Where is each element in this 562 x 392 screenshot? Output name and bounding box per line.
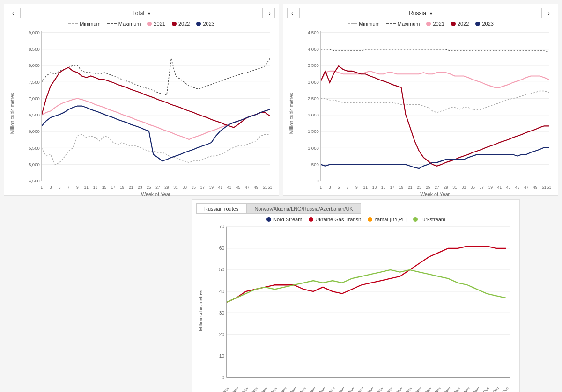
svg-text:23: 23 [417,185,422,189]
svg-text:13: 13 [372,185,377,189]
svg-text:5-Nov: 5-Nov [229,386,239,392]
svg-text:8,000: 8,000 [29,63,40,68]
bottom-chart-container: 0 10 20 30 40 50 60 70 [205,224,516,392]
svg-text:7-Nov: 7-Nov [249,386,259,392]
total-legend: Minimum Maximum 2021 2022 2023 [8,21,275,27]
svg-text:10: 10 [219,354,225,359]
svg-text:31: 31 [452,185,457,189]
svg-text:3,000: 3,000 [308,79,319,84]
svg-rect-102 [227,227,510,378]
svg-text:53: 53 [547,185,552,189]
svg-text:13: 13 [93,185,98,189]
russia-y-label: Million cubic metres [287,29,296,198]
svg-text:9: 9 [76,185,79,189]
svg-text:15: 15 [102,185,107,189]
svg-text:20: 20 [219,332,225,337]
tab-norway[interactable]: Norway/Algeria/LNG/Russia/Azerbaijan/UK [246,203,361,214]
total-header: ‹ Total ▾ › [8,8,275,18]
svg-text:5,000: 5,000 [29,162,40,167]
svg-text:27: 27 [155,185,160,189]
svg-text:11: 11 [84,185,89,189]
svg-text:39: 39 [488,185,493,189]
total-y-label: Million cubic metres [8,29,17,198]
total-dropdown-icon: ▾ [148,11,150,16]
svg-text:21: 21 [129,185,133,189]
tab-russian-routes[interactable]: Russian routes [196,203,246,214]
total-chart-wrapper: Million cubic metres 4,500 [8,29,275,198]
svg-text:35: 35 [471,185,475,189]
svg-text:49: 49 [254,185,259,189]
svg-text:4,500: 4,500 [308,30,319,35]
svg-text:1,000: 1,000 [308,145,319,151]
svg-text:35: 35 [192,185,196,189]
svg-text:60: 60 [219,246,225,251]
svg-text:1-Dec: 1-Dec [480,386,490,392]
svg-text:7: 7 [67,185,70,189]
total-next-btn[interactable]: › [265,8,275,18]
svg-text:29: 29 [164,185,169,189]
svg-text:4-Nov: 4-Nov [220,386,229,392]
russia-chart-container: 0 500 1,000 1,500 2,000 2,500 3,000 [296,29,554,198]
russia-chart-wrapper: Million cubic metres 0 500 [287,29,554,198]
svg-text:2,000: 2,000 [308,112,319,117]
svg-text:40: 40 [219,289,225,294]
svg-text:9-Nov: 9-Nov [268,386,278,392]
svg-text:41: 41 [218,185,223,189]
svg-text:47: 47 [245,185,250,189]
svg-text:33: 33 [461,185,466,189]
svg-text:49: 49 [533,185,538,189]
total-prev-btn[interactable]: ‹ [8,8,18,18]
svg-text:Week of Year: Week of Year [141,191,170,197]
svg-rect-51 [321,31,549,181]
svg-text:4,500: 4,500 [29,178,40,183]
svg-text:29: 29 [444,185,448,189]
svg-text:500: 500 [311,162,319,167]
russia-title: Russia [409,10,426,16]
svg-text:3: 3 [329,185,331,189]
svg-text:33: 33 [182,185,187,189]
bottom-chart-svg: 0 10 20 30 40 50 60 70 [205,224,516,392]
total-chart-svg: 4,500 5,000 5,500 6,000 6,500 7,000 7,50… [17,29,275,198]
svg-text:3-Dec: 3-Dec [499,386,509,392]
svg-text:53: 53 [268,185,273,189]
svg-text:45: 45 [515,185,520,189]
svg-text:1: 1 [41,185,43,189]
bottom-legend: Nord Stream Ukraine Gas Transit Yamal [B… [196,217,516,222]
svg-text:25: 25 [426,185,430,189]
svg-text:39: 39 [209,185,214,189]
svg-text:25: 25 [147,185,151,189]
svg-text:5: 5 [59,185,61,189]
svg-text:8-Nov: 8-Nov [259,386,268,392]
svg-text:4,000: 4,000 [308,46,319,51]
svg-text:37: 37 [200,185,205,189]
svg-text:9,000: 9,000 [29,30,40,35]
total-panel: ‹ Total ▾ › Minimum Maximum 2021 2022 20… [4,4,279,196]
total-title: Total [133,10,144,16]
svg-text:1: 1 [320,185,322,189]
svg-text:7: 7 [347,185,349,189]
russia-chart-svg: 0 500 1,000 1,500 2,000 2,500 3,000 [296,29,554,198]
russia-prev-btn[interactable]: ‹ [287,8,297,18]
svg-text:50: 50 [219,267,225,272]
bottom-chart-wrapper: Million cubic metres 0 10 [196,224,516,392]
russia-dropdown-icon: ▾ [430,11,432,16]
svg-text:45: 45 [236,185,241,189]
svg-text:37: 37 [480,185,484,189]
svg-text:3,500: 3,500 [308,63,319,68]
russia-panel: ‹ Russia ▾ › Minimum Maximum 2021 2022 2… [283,4,558,196]
svg-text:27: 27 [435,185,439,189]
svg-text:31: 31 [173,185,178,189]
svg-text:43: 43 [506,185,511,189]
svg-text:23: 23 [138,185,142,189]
svg-text:19: 19 [399,185,404,189]
tab-bar: Russian routes Norway/Algeria/LNG/Russia… [196,203,516,214]
svg-text:0: 0 [316,178,318,183]
svg-text:6,000: 6,000 [29,129,40,134]
svg-text:51: 51 [263,185,267,189]
svg-text:Week of Year: Week of Year [420,191,450,197]
svg-text:51: 51 [542,185,547,189]
bottom-row: Russian routes Norway/Algeria/LNG/Russia… [4,199,558,392]
russia-next-btn[interactable]: › [544,8,554,18]
svg-text:17: 17 [390,185,395,189]
svg-text:17: 17 [111,185,116,189]
